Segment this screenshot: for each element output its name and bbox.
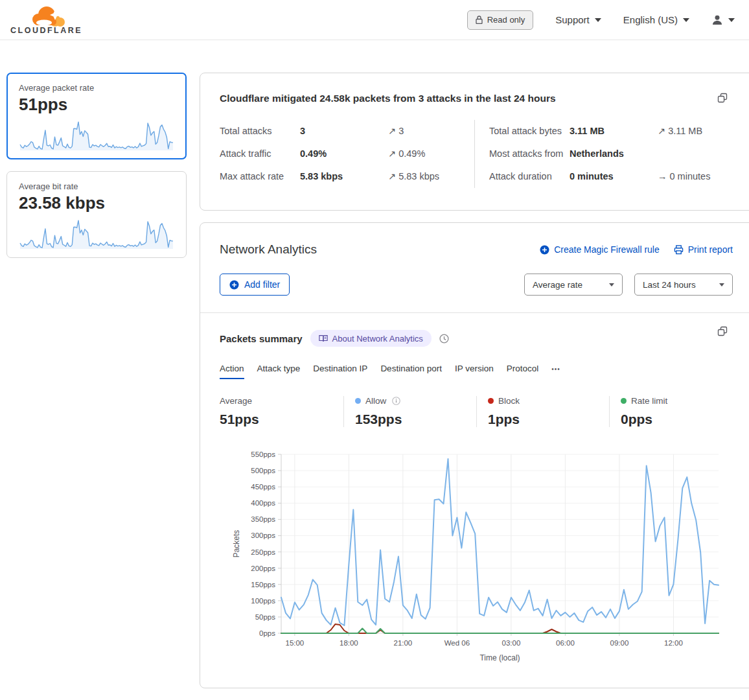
packets-time-series-chart[interactable]: 0pps50pps100pps150pps200pps250pps300pps3…: [224, 449, 729, 666]
stat-value: 0.49%: [300, 147, 388, 161]
stat-label: Attack traffic: [220, 147, 300, 161]
legend-value: 153pps: [355, 412, 466, 427]
history-clock-icon[interactable]: [439, 334, 449, 344]
stat-label: Total attacks: [220, 124, 300, 138]
dimension-tab[interactable]: Protocol: [507, 364, 539, 379]
dimension-tab[interactable]: Action: [220, 364, 244, 379]
readonly-label: Read only: [487, 15, 525, 25]
dimension-tab[interactable]: Destination IP: [313, 364, 367, 379]
svg-text:Packets: Packets: [232, 530, 241, 558]
stat-value: 0 minutes: [570, 170, 658, 183]
main-content: Cloudflare mitigated 24.58k packets from…: [200, 73, 749, 688]
metric-select[interactable]: Average rate: [524, 274, 623, 296]
rate-limit-dot-icon: [621, 398, 627, 404]
svg-text:0pps: 0pps: [259, 629, 275, 637]
legend-block[interactable]: Block 1pps: [476, 396, 609, 427]
dimension-tabs: Action Attack type Destination IP Destin…: [220, 364, 733, 379]
svg-text:100pps: 100pps: [251, 597, 275, 605]
chevron-down-icon: [728, 18, 735, 22]
chevron-down-icon: [595, 18, 601, 22]
svg-text:400pps: 400pps: [251, 499, 275, 507]
plus-circle-icon: [540, 245, 549, 255]
mitigation-summary-card: Cloudflare mitigated 24.58k packets from…: [200, 73, 749, 211]
top-header: CLOUDFLARE Read only Support English (US…: [0, 0, 749, 40]
svg-text:Wed 06: Wed 06: [444, 639, 470, 647]
mitigation-stats-right: Total attack bytes 3.11 MB ↗ 3.11 MB Mos…: [475, 120, 730, 188]
chevron-down-icon: [609, 283, 614, 286]
metric-card-packet-rate[interactable]: Average packet rate 51pps: [6, 73, 187, 159]
legend-rate-limit[interactable]: Rate limit 0pps: [609, 396, 678, 427]
svg-text:15:00: 15:00: [285, 639, 304, 647]
chevron-down-icon: [719, 283, 724, 286]
packet-rate-sparkline: [19, 119, 174, 152]
packets-summary-title: Packets summary: [220, 333, 303, 344]
svg-text:18:00: 18:00: [340, 639, 358, 647]
cloudflare-cloud-icon: [27, 5, 67, 27]
create-magic-firewall-rule-link[interactable]: Create Magic Firewall rule: [540, 244, 660, 255]
svg-text:12:00: 12:00: [664, 639, 683, 647]
stat-label: Max attack rate: [220, 170, 300, 183]
stat-change: ↗ 0.49%: [388, 147, 425, 161]
chevron-down-icon: [683, 18, 689, 22]
stat-label: Total attack bytes: [489, 124, 570, 138]
trend-arrow-icon: ↗: [388, 148, 396, 159]
language-menu[interactable]: English (US): [623, 14, 689, 25]
dimension-tab[interactable]: Destination port: [380, 364, 442, 379]
metric-label: Average packet rate: [19, 83, 174, 93]
stat-change: ↗ 5.83 kbps: [388, 170, 439, 183]
metric-label: Average bit rate: [19, 181, 174, 191]
metric-card-bit-rate[interactable]: Average bit rate 23.58 kbps: [6, 171, 187, 258]
legend-label: Allow: [365, 396, 386, 406]
dimension-tab[interactable]: Attack type: [257, 364, 301, 379]
dimension-tab[interactable]: IP version: [455, 364, 494, 379]
book-icon: [319, 334, 328, 342]
svg-text:200pps: 200pps: [251, 565, 275, 572]
copy-icon[interactable]: [717, 93, 728, 106]
cloudflare-logo[interactable]: CLOUDFLARE: [10, 5, 82, 35]
print-report-link[interactable]: Print report: [674, 244, 733, 255]
stat-label: Most attacks from: [489, 147, 570, 161]
copy-icon[interactable]: [717, 326, 728, 339]
stat-row: Attack duration 0 minutes → 0 minutes: [489, 165, 730, 188]
stat-row: Total attack bytes 3.11 MB ↗ 3.11 MB: [489, 120, 730, 143]
legend-row: Average 51pps Allow 15: [220, 396, 733, 427]
svg-text:50pps: 50pps: [255, 613, 276, 621]
legend-value: 1pps: [488, 412, 599, 427]
time-range-select[interactable]: Last 24 hours: [634, 274, 733, 296]
packets-chart[interactable]: 0pps50pps100pps150pps200pps250pps300pps3…: [224, 449, 733, 668]
stat-change: → 0 minutes: [658, 170, 710, 183]
bit-rate-sparkline: [19, 217, 174, 251]
add-filter-button[interactable]: Add filter: [220, 274, 290, 296]
lock-icon: [476, 16, 483, 24]
about-network-analytics-pill[interactable]: About Network Analytics: [310, 330, 432, 347]
user-menu[interactable]: [711, 14, 735, 26]
readonly-badge: Read only: [467, 10, 534, 30]
stat-value: 3: [300, 124, 388, 138]
trend-arrow-icon: ↗: [658, 126, 665, 136]
svg-text:300pps: 300pps: [251, 532, 275, 540]
metric-sidebar: Average packet rate 51pps Average bit ra…: [6, 73, 187, 258]
svg-text:150pps: 150pps: [251, 581, 275, 589]
stat-change: ↗ 3.11 MB: [658, 124, 702, 138]
plus-circle-icon: [229, 280, 239, 290]
svg-text:06:00: 06:00: [556, 639, 575, 647]
mitigation-title: Cloudflare mitigated 24.58k packets from…: [220, 93, 730, 104]
legend-average: Average 51pps: [220, 396, 343, 427]
allow-dot-icon: [355, 398, 361, 404]
metric-value: 23.58 kbps: [19, 193, 174, 213]
stat-value: 3.11 MB: [570, 124, 658, 138]
info-icon[interactable]: [392, 397, 400, 405]
stat-value: Netherlands: [570, 147, 658, 161]
stat-change: ↗ 3: [388, 124, 404, 138]
svg-text:350pps: 350pps: [251, 515, 275, 523]
svg-text:21:00: 21:00: [393, 639, 412, 647]
support-menu[interactable]: Support: [555, 14, 601, 25]
svg-text:550pps: 550pps: [251, 450, 275, 458]
metric-value: 51pps: [19, 95, 174, 115]
block-dot-icon: [488, 398, 494, 404]
tabs-overflow-button[interactable]: •••: [551, 366, 560, 377]
trend-arrow-icon: →: [658, 171, 667, 181]
legend-allow[interactable]: Allow 153pps: [343, 396, 476, 427]
packets-summary-section: Packets summary About Network Analytics: [200, 313, 749, 688]
stat-value: 5.83 kbps: [300, 170, 388, 183]
